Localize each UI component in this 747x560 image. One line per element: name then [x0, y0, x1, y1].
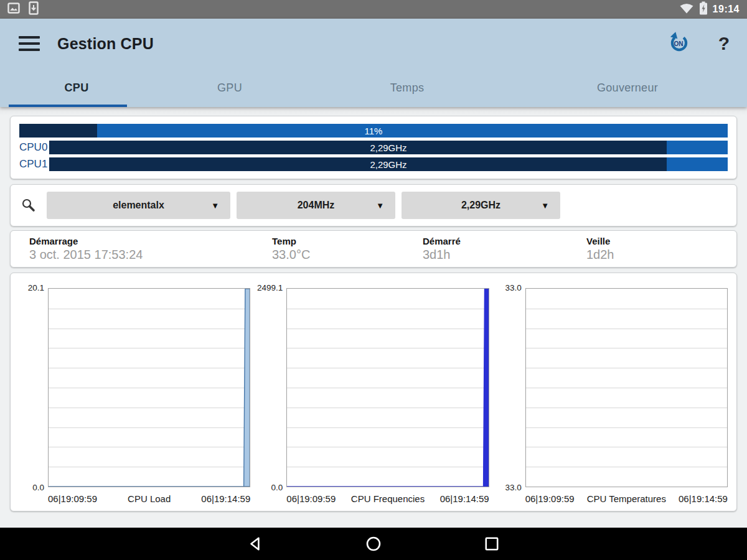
cpu-temperatures-title: CPU Temperatures	[587, 493, 666, 504]
status-notification-icons	[7, 1, 39, 17]
temperature-label: Temp	[272, 236, 423, 246]
temperature-value: 33.0°C	[272, 248, 423, 262]
cpu-temperatures-xstart: 06|19:09:59	[525, 493, 575, 504]
uptime-item: Démarré 3d1h	[423, 236, 586, 262]
chevron-down-icon: ▼	[211, 201, 219, 210]
temperature-item: Temp 33.0°C	[272, 236, 423, 262]
app-bar-actions: ON ?	[667, 30, 733, 57]
cpu-frequencies-ymax: 2499.1	[254, 283, 283, 292]
tab-gpu[interactable]: GPU	[153, 68, 306, 107]
cpu1-label: CPU1	[19, 158, 49, 170]
screenshot-icon	[7, 2, 20, 17]
total-load-bar: 11%	[19, 124, 728, 138]
cpu-temperatures-plot	[525, 288, 728, 487]
usb-debug-icon	[29, 1, 39, 17]
cpu1-frequency-bar: 2,29GHz	[49, 157, 728, 171]
cpu0-row: CPU0 2,29GHz	[19, 141, 728, 154]
status-clock: 19:14	[713, 4, 740, 15]
chevron-down-icon: ▼	[541, 201, 549, 210]
tab-cpu[interactable]: CPU	[0, 68, 153, 107]
cpu-usage-card: 11% CPU0 2,29GHz CPU1 2,29GHz	[10, 116, 737, 179]
cpu1-frequency-value: 2,29GHz	[49, 157, 728, 171]
home-icon[interactable]	[364, 534, 383, 553]
cpu-temperatures-xend: 06|19:14:59	[679, 493, 728, 504]
cpu-load-xstart: 06|19:09:59	[48, 493, 97, 504]
cpu1-row: CPU1 2,29GHz	[19, 157, 728, 171]
governor-dropdown-value: elementalx	[113, 200, 164, 211]
tab-cpu-label: CPU	[65, 82, 89, 95]
status-bar: 19:14	[0, 0, 747, 19]
tab-bar: CPU GPU Temps Gouverneur	[0, 68, 747, 107]
system-info-card: Démarrage 3 oct. 2015 17:53:24 Temp 33.0…	[10, 230, 737, 268]
cpu-load-xend: 06|19:14:59	[201, 493, 250, 504]
min-frequency-dropdown-value: 204MHz	[298, 200, 335, 211]
screen: 19:14 Gestion CPU ON ? CPU	[0, 0, 747, 560]
android-nav-bar	[0, 528, 747, 560]
svg-text:ON: ON	[674, 40, 683, 47]
tab-gouverneur-label: Gouverneur	[597, 82, 658, 95]
tab-temps[interactable]: Temps	[306, 68, 508, 107]
recents-icon[interactable]	[482, 534, 501, 553]
boot-time-item: Démarrage 3 oct. 2015 17:53:24	[29, 236, 272, 262]
app-bar: Gestion CPU ON ?	[0, 19, 747, 68]
cpu-temperatures-chart: 33.0 33.0 06|19:09:59 CPU Temperatures 0…	[493, 278, 731, 507]
cpu-temperatures-xaxis: 06|19:09:59 CPU Temperatures 06|19:14:59	[525, 493, 728, 504]
content: 11% CPU0 2,29GHz CPU1 2,29GHz	[0, 107, 747, 528]
cpu-frequencies-plot	[286, 288, 489, 487]
cpu-frequencies-xaxis: 06|19:09:59 CPU Frequencies 06|19:14:59	[286, 493, 489, 504]
tab-gpu-label: GPU	[217, 82, 242, 95]
boot-time-value: 3 oct. 2015 17:53:24	[29, 248, 272, 262]
governor-dropdown[interactable]: elementalx ▼	[47, 192, 230, 219]
cpu-frequencies-xstart: 06|19:09:59	[286, 493, 336, 504]
cpu-load-ymin: 0.0	[16, 483, 44, 492]
page-title: Gestion CPU	[57, 35, 154, 53]
header: Gestion CPU ON ? CPU GPU	[0, 19, 747, 107]
cpu-load-chart: 20.1 0.0 06|19:09:59 CPU Load 06|19:14:5…	[16, 278, 254, 507]
cpu-temperatures-ymin: 33.0	[493, 483, 522, 492]
battery-charging-icon	[699, 1, 708, 17]
cpu-load-xaxis: 06|19:09:59 CPU Load 06|19:14:59	[48, 493, 250, 504]
tab-temps-label: Temps	[390, 82, 425, 95]
sleep-time-label: Veille	[586, 236, 736, 246]
sleep-time-value: 1d2h	[586, 248, 736, 262]
max-frequency-dropdown-value: 2,29GHz	[461, 200, 500, 211]
cpu0-frequency-bar: 2,29GHz	[49, 141, 728, 154]
cpu-frequencies-ymin: 0.0	[254, 483, 283, 492]
total-load-value: 11%	[19, 124, 728, 138]
uptime-value: 3d1h	[423, 248, 586, 262]
cpu-frequencies-title: CPU Frequencies	[351, 493, 425, 504]
min-frequency-dropdown[interactable]: 204MHz ▼	[237, 192, 395, 219]
uptime-label: Démarré	[423, 236, 586, 246]
charts-card: 20.1 0.0 06|19:09:59 CPU Load 06|19:14:5…	[10, 273, 737, 511]
cpu-controls-card: elementalx ▼ 204MHz ▼ 2,29GHz ▼	[10, 184, 737, 226]
sleep-time-item: Veille 1d2h	[586, 236, 736, 262]
cpu0-label: CPU0	[19, 141, 49, 154]
cpu-load-title: CPU Load	[128, 493, 171, 504]
cpu-frequencies-chart: 2499.1 0.0 06|19:09:59 CPU Frequencies 0…	[254, 278, 492, 507]
status-system-icons: 19:14	[679, 1, 740, 17]
menu-icon[interactable]	[19, 36, 40, 51]
active-tab-underline	[9, 105, 127, 107]
help-icon[interactable]: ?	[715, 34, 733, 53]
total-load-row: 11%	[19, 124, 728, 138]
apply-on-boot-icon[interactable]: ON	[667, 30, 691, 57]
chevron-down-icon: ▼	[376, 201, 384, 210]
cpu-frequencies-xend: 06|19:14:59	[440, 493, 489, 504]
max-frequency-dropdown[interactable]: 2,29GHz ▼	[402, 192, 560, 219]
cpu-load-plot	[48, 288, 250, 487]
boot-time-label: Démarrage	[29, 236, 272, 246]
cpu-load-ymax: 20.1	[16, 283, 44, 292]
cpu0-frequency-value: 2,29GHz	[49, 141, 728, 154]
tab-gouverneur[interactable]: Gouverneur	[508, 68, 747, 107]
cpu-temperatures-ymax: 33.0	[493, 283, 522, 292]
back-icon[interactable]	[246, 534, 265, 553]
wifi-icon	[679, 2, 694, 17]
search-icon[interactable]	[19, 196, 38, 215]
